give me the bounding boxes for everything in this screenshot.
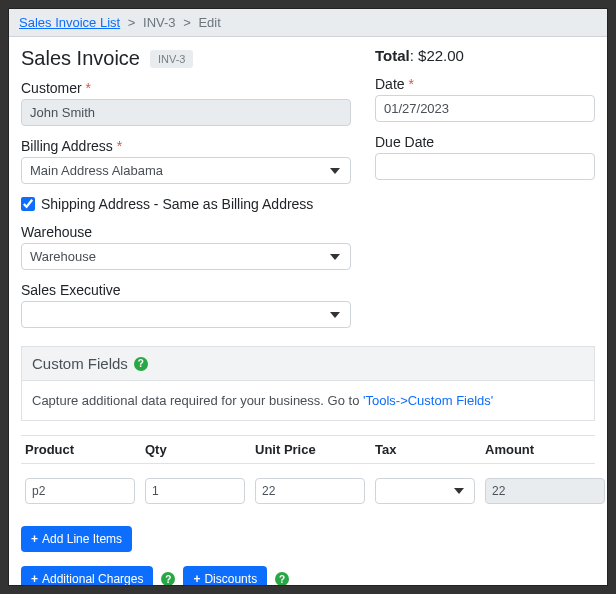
due-date-label: Due Date: [375, 134, 595, 150]
sales-executive-label: Sales Executive: [21, 282, 351, 298]
sales-invoice-edit-window: Sales Invoice List > INV-3 > Edit Sales …: [8, 8, 608, 586]
col-amount: Amount: [485, 442, 605, 457]
plus-icon: +: [31, 572, 38, 586]
sales-executive-select[interactable]: [21, 301, 351, 328]
page-title: Sales Invoice: [21, 47, 140, 70]
date-input[interactable]: [375, 95, 595, 122]
plus-icon: +: [193, 572, 200, 586]
help-icon[interactable]: ?: [134, 357, 148, 371]
breadcrumb-separator: >: [179, 15, 195, 30]
shipping-same-checkbox[interactable]: [21, 197, 35, 211]
help-icon[interactable]: ?: [161, 572, 175, 586]
col-tax: Tax: [375, 442, 475, 457]
warehouse-label: Warehouse: [21, 224, 351, 240]
customer-input[interactable]: [21, 99, 351, 126]
custom-fields-link[interactable]: 'Tools->Custom Fields': [363, 393, 493, 408]
discounts-button[interactable]: + Discounts: [183, 566, 267, 586]
shipping-same-label: Shipping Address - Same as Billing Addre…: [41, 196, 313, 212]
tax-select[interactable]: [375, 478, 475, 504]
col-qty: Qty: [145, 442, 245, 457]
invoice-id-badge: INV-3: [150, 50, 194, 68]
col-unit-price: Unit Price: [255, 442, 365, 457]
add-line-items-button[interactable]: + Add Line Items: [21, 526, 132, 552]
breadcrumb-item: INV-3: [143, 15, 176, 30]
breadcrumb: Sales Invoice List > INV-3 > Edit: [9, 9, 607, 37]
breadcrumb-root-link[interactable]: Sales Invoice List: [19, 15, 120, 30]
help-icon[interactable]: ?: [275, 572, 289, 586]
product-input[interactable]: [25, 478, 135, 504]
additional-charges-button[interactable]: + Additional Charges: [21, 566, 153, 586]
warehouse-select[interactable]: Warehouse: [21, 243, 351, 270]
line-item-row: [21, 464, 595, 518]
col-product: Product: [25, 442, 135, 457]
total-display: Total: $22.00: [375, 47, 595, 64]
unit-price-input[interactable]: [255, 478, 365, 504]
billing-address-select[interactable]: Main Address Alabama: [21, 157, 351, 184]
custom-fields-body: Capture additional data required for you…: [21, 381, 595, 421]
date-label: Date *: [375, 76, 595, 92]
breadcrumb-separator: >: [124, 15, 140, 30]
plus-icon: +: [31, 532, 38, 546]
qty-input[interactable]: [145, 478, 245, 504]
customer-label: Customer *: [21, 80, 351, 96]
custom-fields-header: Custom Fields ?: [21, 346, 595, 381]
breadcrumb-action: Edit: [198, 15, 220, 30]
billing-address-label: Billing Address *: [21, 138, 351, 154]
due-date-input[interactable]: [375, 153, 595, 180]
line-items-table: Product Qty Unit Price Tax Amount: [21, 435, 595, 518]
amount-output: [485, 478, 605, 504]
